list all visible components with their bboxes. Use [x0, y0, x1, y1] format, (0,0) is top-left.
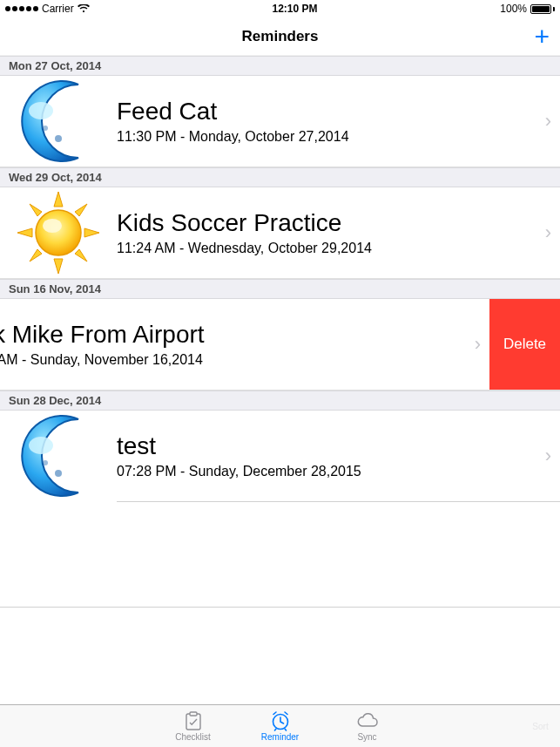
chevron-right-icon: ›: [469, 333, 489, 356]
tab-label: Sort: [532, 722, 548, 731]
svg-marker-6: [84, 228, 99, 237]
reminder-row[interactable]: Feed Cat 11:30 PM - Monday, October 27,2…: [0, 76, 560, 167]
svg-marker-8: [75, 204, 87, 216]
svg-point-25: [43, 460, 48, 465]
svg-point-12: [43, 219, 62, 233]
svg-marker-9: [30, 249, 42, 261]
tab-sort[interactable]: Sort: [521, 705, 560, 747]
reminder-subtitle: 07:28 PM - Sunday, December 28,2015: [117, 464, 539, 479]
tab-label: Sync: [357, 732, 376, 742]
delete-button[interactable]: Delete: [489, 299, 560, 390]
moon-icon: [0, 411, 117, 501]
carrier-label: Carrier: [42, 3, 74, 15]
reminder-title: Pick Mike From Airport: [0, 321, 469, 349]
battery-percent: 100%: [500, 3, 527, 15]
reminder-title: test: [117, 432, 539, 460]
svg-marker-7: [30, 204, 42, 216]
svg-rect-26: [186, 714, 200, 730]
wifi-icon: [78, 4, 90, 13]
section-header: Sun 28 Dec, 2014: [0, 390, 560, 411]
reminder-row[interactable]: test 07:28 PM - Sunday, December 28,2015…: [0, 411, 560, 501]
svg-point-2: [43, 126, 48, 131]
svg-marker-3: [54, 192, 63, 207]
svg-point-0: [29, 102, 53, 119]
tab-bar: Checklist Reminder Sync Sort: [0, 704, 560, 747]
svg-rect-27: [190, 712, 197, 716]
chevron-right-icon: ›: [539, 221, 560, 244]
reminder-list: Mon 27 Oct, 2014: [0, 56, 560, 704]
svg-marker-10: [75, 249, 87, 261]
svg-point-24: [55, 470, 62, 477]
add-button[interactable]: +: [534, 17, 550, 55]
svg-point-1: [55, 135, 62, 142]
checklist-icon: [182, 710, 205, 731]
status-right: 100%: [500, 3, 555, 15]
tab-spacer-left: [0, 705, 39, 747]
reminder-row[interactable]: Delete: [0, 299, 560, 390]
svg-marker-4: [54, 259, 63, 274]
reminder-title: Feed Cat: [117, 98, 539, 126]
tab-reminder[interactable]: Reminder: [254, 710, 307, 742]
reminder-subtitle: 11:24 AM - Wednesday, October 29,2014: [117, 241, 539, 256]
status-left: Carrier: [5, 3, 90, 15]
tab-label: Checklist: [175, 732, 211, 742]
chevron-right-icon: ›: [539, 110, 560, 132]
moon-icon: [0, 76, 117, 166]
reminder-title: Kids Soccer Practice: [117, 209, 539, 237]
tab-sync[interactable]: Sync: [341, 710, 394, 742]
tab-label: Reminder: [261, 732, 299, 742]
plus-icon: +: [534, 24, 550, 50]
battery-icon: [530, 4, 555, 14]
svg-point-23: [29, 437, 53, 454]
reminder-subtitle: 11:30 PM - Monday, October 27,2014: [117, 129, 539, 145]
cloud-icon: [355, 710, 380, 731]
delete-label: Delete: [503, 336, 546, 353]
svg-point-11: [36, 210, 81, 255]
svg-marker-5: [17, 228, 32, 237]
alarm-clock-icon: [269, 710, 292, 731]
reminder-subtitle: 11:28 AM - Sunday, November 16,2014: [0, 352, 469, 368]
status-bar: Carrier 12:10 PM 100%: [0, 0, 560, 17]
tab-checklist[interactable]: Checklist: [167, 710, 219, 742]
page-title: Reminders: [242, 28, 319, 45]
sun-icon: [0, 187, 117, 278]
section-header: Mon 27 Oct, 2014: [0, 56, 560, 76]
status-time: 12:10 PM: [272, 3, 317, 15]
signal-strength-icon: [5, 6, 38, 11]
reminder-row[interactable]: Kids Soccer Practice 11:24 AM - Wednesda…: [0, 187, 560, 279]
list-separator: [0, 607, 560, 608]
section-header: Wed 29 Oct, 2014: [0, 167, 560, 187]
nav-bar: Reminders +: [0, 17, 560, 56]
chevron-right-icon: ›: [539, 445, 560, 467]
section-header: Sun 16 Nov, 2014: [0, 279, 560, 299]
